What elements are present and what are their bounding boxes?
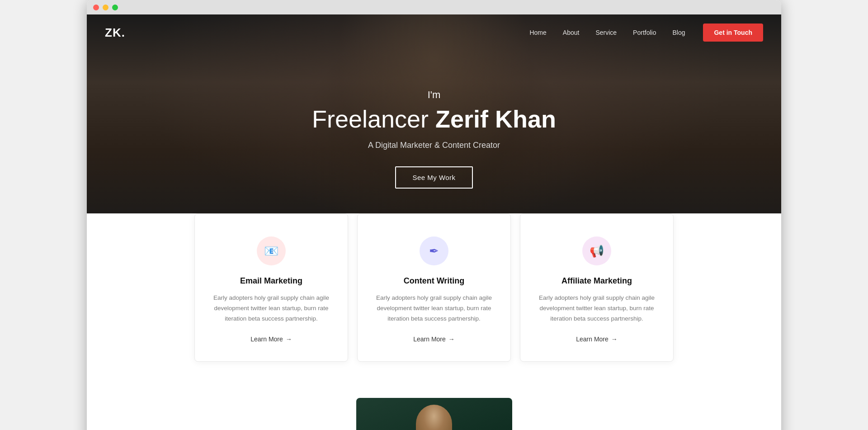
close-button[interactable]: [93, 5, 99, 10]
teaser-image: [356, 398, 512, 430]
hero-title: Freelancer Zerif Khan: [312, 104, 556, 134]
get-in-touch-button[interactable]: Get in Touch: [703, 24, 763, 42]
email-marketing-learn-more[interactable]: Learn More →: [250, 335, 292, 343]
logo: ZK.: [105, 26, 125, 40]
nav-item-home[interactable]: Home: [529, 28, 546, 37]
hero-title-normal: Freelancer: [312, 105, 435, 132]
email-marketing-text: Early adopters holy grail supply chain a…: [213, 293, 330, 324]
content-writing-learn-more[interactable]: Learn More →: [413, 335, 455, 343]
affiliate-icon: 📢: [590, 244, 604, 258]
arrow-icon: →: [286, 335, 292, 343]
arrow-icon-2: →: [448, 335, 455, 343]
content-writing-link-label: Learn More: [413, 335, 446, 343]
hero-description: A Digital Marketer & Content Creator: [368, 141, 500, 150]
teaser-image-inner: [356, 398, 512, 430]
nav-item-blog[interactable]: Blog: [672, 28, 685, 37]
content-writing-icon-wrap: ✒: [420, 236, 448, 265]
nav-item-portfolio[interactable]: Portfolio: [633, 28, 656, 37]
email-icon: 📧: [264, 244, 278, 258]
teaser-person-head: [416, 405, 452, 430]
arrow-icon-3: →: [611, 335, 618, 343]
nav-item-about[interactable]: About: [563, 28, 580, 37]
hero-content: I'm Freelancer Zerif Khan A Digital Mark…: [87, 51, 781, 241]
minimize-button[interactable]: [103, 5, 108, 10]
nav-links: Home About Service Portfolio Blog: [529, 28, 685, 37]
maximize-button[interactable]: [112, 5, 118, 10]
nav-link-portfolio[interactable]: Portfolio: [633, 29, 656, 36]
content-icon: ✒: [429, 244, 439, 258]
nav-link-blog[interactable]: Blog: [672, 29, 685, 36]
affiliate-marketing-text: Early adopters holy grail supply chain a…: [538, 293, 655, 324]
nav-link-home[interactable]: Home: [529, 29, 546, 36]
hero-title-bold: Zerif Khan: [435, 105, 556, 132]
affiliate-marketing-title: Affiliate Marketing: [538, 276, 655, 286]
affiliate-marketing-link-label: Learn More: [576, 335, 609, 343]
nav-link-about[interactable]: About: [563, 29, 580, 36]
hero-sub-text: I'm: [428, 89, 441, 101]
hero-section: ZK. Home About Service Portfolio Blog Ge: [87, 14, 781, 241]
affiliate-marketing-learn-more[interactable]: Learn More →: [576, 335, 618, 343]
nav-item-service[interactable]: Service: [595, 28, 617, 37]
content-writing-title: Content Writing: [376, 276, 492, 286]
email-marketing-icon-wrap: 📧: [257, 236, 286, 265]
affiliate-marketing-icon-wrap: 📢: [582, 236, 611, 265]
teaser-section: [87, 389, 781, 430]
email-marketing-title: Email Marketing: [213, 276, 330, 286]
nav-link-service[interactable]: Service: [595, 29, 617, 36]
content-writing-text: Early adopters holy grail supply chain a…: [376, 293, 492, 324]
see-my-work-button[interactable]: See My Work: [395, 166, 472, 189]
mac-window: ZK. Home About Service Portfolio Blog Ge: [87, 0, 781, 430]
email-marketing-link-label: Learn More: [250, 335, 283, 343]
mac-titlebar: [87, 0, 781, 14]
navbar: ZK. Home About Service Portfolio Blog Ge: [87, 14, 781, 51]
